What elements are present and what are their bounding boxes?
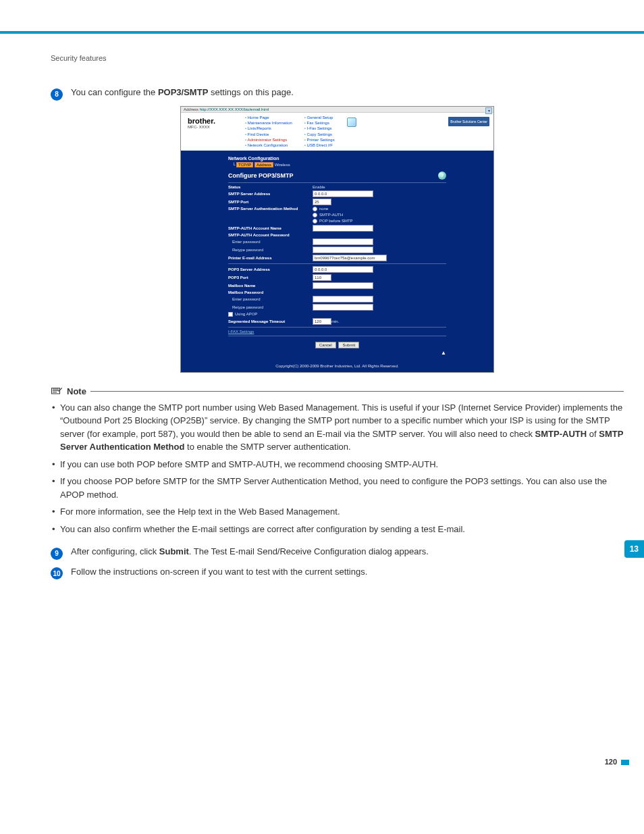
mbox-enter-pass-label: Enter password: [228, 297, 313, 301]
link-lists[interactable]: Lists/Reports: [245, 126, 292, 131]
network-config-title: Network Configuration: [228, 156, 446, 161]
brother-logo: brother.: [188, 117, 242, 125]
step-number-10: 10: [51, 567, 63, 579]
mbox-name-label: Mailbox Name: [228, 284, 313, 288]
pop-addr-input[interactable]: [313, 266, 373, 273]
status-label: Status: [228, 185, 313, 189]
link-fax[interactable]: Fax Settings: [304, 120, 335, 126]
link-general[interactable]: General Setup: [304, 115, 335, 120]
text: settings on this page.: [208, 87, 293, 97]
mbox-name-input[interactable]: [313, 282, 373, 289]
text: You can configure the: [71, 87, 158, 97]
step-9: 9 After configuring, click Submit. The T…: [51, 545, 624, 558]
retype-pass-input[interactable]: [313, 246, 373, 253]
printer-email-label: Printer E-mail Address: [228, 256, 313, 260]
radio-smtp-auth[interactable]: [313, 213, 317, 217]
submit-button[interactable]: Submit: [338, 342, 359, 348]
link-find[interactable]: Find Device: [245, 132, 292, 137]
text-bold: Submit: [159, 546, 189, 556]
radio-pop-before[interactable]: [313, 219, 317, 224]
page-number: 120: [605, 758, 617, 766]
solutions-center-button[interactable]: Brother Solutions Center: [448, 117, 489, 126]
pop-port-label: POP3 Port: [228, 276, 313, 280]
text-bold: POP3/SMTP: [158, 87, 208, 97]
link-usb[interactable]: USB Direct I/F: [304, 142, 335, 148]
scroll-top-icon[interactable]: ▲: [228, 350, 446, 356]
mbox-enter-pass-input[interactable]: [313, 296, 373, 303]
tree-address[interactable]: Address: [254, 162, 273, 167]
note-rule: [90, 391, 624, 392]
timeout-label: Segmented Message Timeout: [228, 319, 313, 323]
cancel-button[interactable]: Cancel: [315, 342, 336, 348]
address-bar: Address http://XXX.XXX.XX.XXX/bio/email.…: [181, 107, 493, 113]
radio-none[interactable]: [313, 207, 317, 211]
nav-col-2: General Setup Fax Settings I-Fax Setting…: [304, 115, 335, 149]
section-header: Security features: [51, 54, 624, 62]
mbox-retype-pass-label: Retype password: [228, 305, 313, 309]
retype-pass-label: Retype password: [228, 248, 313, 252]
link-maint[interactable]: Maintenance Information: [245, 120, 292, 126]
link-admin[interactable]: Administrator Settings: [245, 137, 292, 142]
step-10: 10 Follow the instructions on-screen if …: [51, 565, 624, 579]
enter-pass-input[interactable]: [313, 238, 373, 245]
text: After configuring, click: [71, 546, 159, 556]
note-heading: Note: [51, 386, 624, 397]
smtp-addr-input[interactable]: [313, 190, 373, 197]
apop-label: Using APOP: [235, 312, 257, 316]
dropdown-icon[interactable]: ▾: [485, 107, 492, 114]
link-ifax[interactable]: I-Fax Settings: [304, 126, 335, 131]
note-item-3: If you choose POP before SMTP for the SM…: [51, 475, 624, 501]
link-printer[interactable]: Printer Settings: [304, 137, 335, 142]
brand-block: brother. MFC- XXXX: [181, 113, 245, 151]
config-tree: └ TCP/IP Address Wireless: [232, 162, 446, 167]
step-9-text: After configuring, click Submit. The Tes…: [71, 545, 624, 558]
tree-tcpip[interactable]: TCP/IP: [236, 162, 253, 167]
note-list: You can also change the SMTP port number…: [51, 401, 624, 536]
model-name: MFC- XXXX: [188, 125, 242, 129]
step-8: 8 You can configure the POP3/SMTP settin…: [51, 86, 624, 99]
link-home[interactable]: Home Page: [245, 115, 292, 120]
link-copy[interactable]: Copy Settings: [304, 132, 335, 137]
help-icon[interactable]: ?: [438, 172, 446, 180]
pop-port-input[interactable]: [313, 274, 331, 281]
text: of: [587, 429, 599, 439]
timeout-unit: min.: [331, 319, 339, 323]
smtp-port-label: SMTP Port: [228, 200, 313, 204]
text-bold: SMTP-AUTH: [535, 429, 587, 439]
auth-smtp: SMTP-AUTH: [319, 213, 343, 217]
wbm-body: Network Configuration └ TCP/IP Address W…: [181, 151, 493, 361]
note-item-5: You can also confirm whether the E-mail …: [51, 523, 624, 536]
note-item-4: For more information, see the Help text …: [51, 505, 624, 519]
step-number-9: 9: [51, 548, 63, 560]
wbm-screenshot: Address http://XXX.XXX.XX.XXX/bio/email.…: [180, 106, 494, 373]
wbm-header: brother. MFC- XXXX Home Page Maintenance…: [181, 113, 493, 151]
text: to enable the SMTP server authentication…: [184, 442, 350, 452]
acct-name-label: SMTP-AUTH Account Name: [228, 226, 313, 230]
address-label: Address: [184, 107, 198, 111]
auth-pop: POP before SMTP: [319, 219, 353, 223]
printer-email-input[interactable]: [313, 255, 387, 261]
link-netconf[interactable]: Network Configuration: [245, 142, 292, 148]
step-number-8: 8: [51, 88, 63, 101]
status-value: Enable: [313, 185, 325, 189]
chapter-tab: 13: [624, 540, 644, 558]
ifax-settings-link[interactable]: I-FAX Settings: [228, 330, 254, 334]
smtp-addr-label: SMTP Server Address: [228, 192, 313, 196]
auth-none: none: [319, 207, 328, 211]
smtp-port-input[interactable]: [313, 199, 331, 205]
timeout-input[interactable]: [313, 318, 331, 325]
enter-pass-label: Enter password: [228, 240, 313, 244]
note-icon: [51, 386, 63, 397]
device-icon: [347, 118, 356, 127]
apop-checkbox[interactable]: [228, 312, 233, 317]
step-10-text: Follow the instructions on-screen if you…: [71, 565, 624, 579]
mbox-pass-label: Mailbox Password: [228, 290, 313, 294]
acct-name-input[interactable]: [313, 225, 373, 232]
mbox-retype-pass-input[interactable]: [313, 304, 373, 311]
auth-method-label: SMTP Server Authentication Method: [228, 207, 313, 211]
acct-pass-label: SMTP-AUTH Account Password: [228, 233, 313, 237]
pop-addr-label: POP3 Server Address: [228, 267, 313, 271]
wbm-copyright: Copyright(C) 2000-2009 Brother Industrie…: [181, 361, 493, 372]
tree-wireless[interactable]: Wireless: [275, 163, 290, 167]
panel-title: Configure POP3/SMTP: [228, 172, 294, 179]
